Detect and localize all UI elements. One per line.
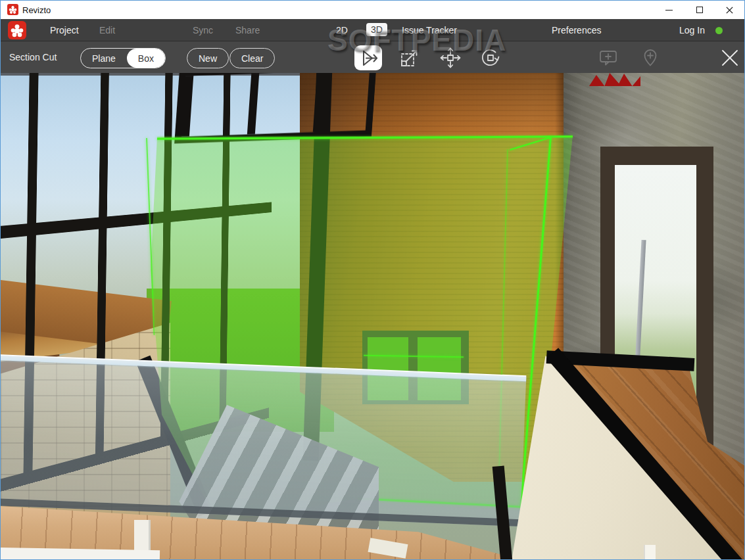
view-2d-button[interactable]: 2D xyxy=(336,25,348,35)
window-title: Revizto xyxy=(22,5,51,15)
section-cut-label: Section Cut xyxy=(9,52,57,62)
move-section-icon xyxy=(439,47,462,69)
mode-box-option[interactable]: Box xyxy=(127,49,165,68)
clear-section-button[interactable]: Clear xyxy=(229,48,275,68)
revizto-figure-icon xyxy=(8,5,18,14)
maximize-button[interactable] xyxy=(685,1,714,19)
section-cut-toolbar: Section Cut Plane Box New Clear xyxy=(1,42,744,73)
viewport-3d[interactable] xyxy=(1,73,744,559)
scale-section-tool-button[interactable] xyxy=(396,45,423,70)
close-icon xyxy=(720,48,740,68)
add-pin-icon xyxy=(639,47,661,69)
menu-sync: Sync xyxy=(193,25,213,35)
revizto-logo-icon xyxy=(7,4,18,15)
rotate-section-tool-button[interactable] xyxy=(477,45,504,70)
login-status-dot xyxy=(715,27,723,34)
revizto-logo-icon xyxy=(8,21,26,39)
new-section-button[interactable]: New xyxy=(187,48,229,68)
maximize-icon xyxy=(696,7,703,13)
section-plane-tool-button[interactable] xyxy=(354,45,382,70)
view-3d-button[interactable]: 3D xyxy=(366,23,387,36)
titlebar: Revizto xyxy=(1,1,744,19)
close-icon xyxy=(725,6,734,14)
scale-section-icon xyxy=(399,47,420,68)
minimize-button[interactable] xyxy=(654,1,684,19)
add-pin-tool-button[interactable] xyxy=(637,45,664,70)
move-section-tool-button[interactable] xyxy=(437,45,464,70)
menu-edit: Edit xyxy=(99,25,115,35)
white-post xyxy=(644,545,656,559)
add-comment-icon xyxy=(597,47,619,69)
menu-preferences[interactable]: Preferences xyxy=(552,25,601,35)
close-section-cut-button[interactable] xyxy=(716,45,744,70)
login-button[interactable]: Log In xyxy=(679,25,705,35)
app-window: Revizto Project Edit Sync Share 2D 3D Is… xyxy=(0,0,745,560)
clerestory-window-frame xyxy=(174,73,377,143)
revizto-figure-icon xyxy=(9,22,25,38)
section-plane-icon xyxy=(358,47,379,68)
minimize-icon xyxy=(665,10,673,11)
add-comment-tool-button[interactable] xyxy=(594,45,622,70)
section-mode-toggle: Plane Box xyxy=(80,48,166,68)
close-window-button[interactable] xyxy=(715,1,744,19)
menu-issue-tracker[interactable]: Issue Tracker xyxy=(402,25,457,35)
menubar: Project Edit Sync Share 2D 3D Issue Trac… xyxy=(1,19,744,41)
mode-plane-option[interactable]: Plane xyxy=(81,49,127,68)
menu-share: Share xyxy=(235,25,260,35)
white-ledge xyxy=(1,548,160,559)
glass-railing xyxy=(1,356,526,526)
rotate-section-icon xyxy=(479,47,502,69)
menu-project[interactable]: Project xyxy=(50,25,79,35)
